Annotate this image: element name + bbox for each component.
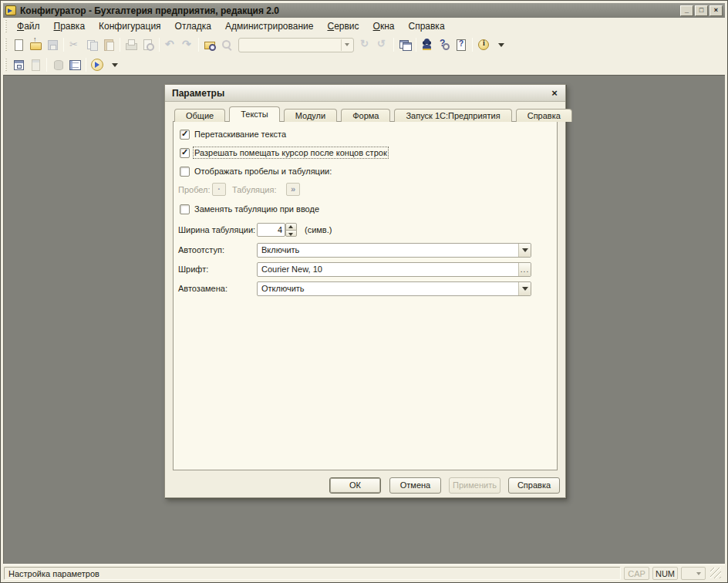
show-spaces-tabs-label[interactable]: Отображать пробелы и табуляции: [194, 167, 332, 176]
replace-tab-checkbox[interactable] [180, 204, 190, 214]
cursor-after-eol-checkbox[interactable] [180, 148, 190, 158]
database-button[interactable] [49, 56, 66, 73]
combo-dropdown-icon[interactable] [341, 39, 352, 51]
font-picker-button[interactable]: ... [518, 263, 531, 276]
show-spaces-tabs-checkbox[interactable] [180, 167, 190, 177]
save-button[interactable] [44, 36, 61, 53]
drag-text-label[interactable]: Перетаскивание текста [194, 130, 286, 139]
find-previous-button[interactable] [374, 36, 391, 53]
undo-button[interactable] [162, 36, 179, 53]
redo-icon [181, 39, 194, 51]
more-buttons-button[interactable] [492, 36, 509, 53]
toolbar-separator [46, 58, 47, 72]
show-spaces-tabs-row: Отображать пробелы и табуляции: [174, 166, 557, 181]
tab-help[interactable]: Справка [516, 109, 572, 122]
maximize-button[interactable]: □ [695, 5, 708, 16]
app-icon [5, 5, 16, 15]
print-button[interactable] [123, 36, 140, 53]
help-contents-button[interactable] [453, 36, 470, 53]
dialog-button-row: ОК Отмена Применить Справка [165, 477, 565, 494]
cancel-button[interactable]: Отмена [389, 477, 441, 494]
copy-window-button[interactable] [396, 36, 413, 53]
replace-tab-label[interactable]: Заменять табуляцию при вводе [194, 204, 319, 214]
syntax-assistant-icon [421, 39, 433, 51]
spin-down-icon[interactable] [285, 230, 297, 238]
menu-help[interactable]: Справка [401, 19, 451, 34]
copy-button[interactable] [83, 36, 100, 53]
configuration-window-button[interactable] [10, 56, 27, 73]
dialog-close-icon[interactable]: × [548, 87, 561, 99]
chevron-down-icon [497, 39, 504, 51]
menu-administration[interactable]: Администрирование [218, 19, 320, 34]
info-button[interactable] [475, 36, 492, 53]
find-next-button[interactable] [357, 36, 374, 53]
dropdown-arrow-icon[interactable] [518, 282, 531, 295]
open-folder-icon [29, 39, 42, 51]
find-in-files-button[interactable] [201, 36, 218, 53]
statusbar-dropdown[interactable] [681, 567, 706, 580]
menu-file[interactable]: Файл [10, 19, 47, 34]
tab-texts[interactable]: Тексты [229, 106, 280, 122]
new-document-button[interactable] [10, 36, 27, 53]
autoindent-row: Автоотступ: Включить [174, 243, 557, 258]
syntax-assistant-button[interactable] [419, 36, 436, 53]
new-document-icon [12, 39, 25, 51]
paste-button[interactable] [100, 36, 117, 53]
open-button[interactable] [27, 36, 44, 53]
menu-debug[interactable]: Отладка [168, 19, 218, 34]
replace-tab-row: Заменять табуляцию при вводе [174, 204, 557, 219]
help-search-button[interactable] [436, 36, 453, 53]
cursor-after-eol-label[interactable]: Разрешать помещать курсор после концов с… [194, 148, 387, 157]
chevron-down-icon [111, 59, 118, 71]
cut-icon [69, 39, 81, 51]
start-debugging-button[interactable] [89, 56, 106, 73]
num-lock-indicator: NUM [652, 567, 678, 580]
apply-button[interactable]: Применить [449, 477, 501, 494]
dialog-titlebar[interactable]: Параметры × [165, 85, 565, 102]
tab-form[interactable]: Форма [341, 109, 390, 122]
toolbar-separator [159, 38, 160, 52]
search-combobox[interactable] [238, 38, 354, 52]
font-field[interactable]: Courier New, 10... [257, 262, 531, 277]
print-preview-button[interactable] [140, 36, 157, 53]
menu-service[interactable]: Сервис [320, 19, 366, 34]
tab-launch-1c[interactable]: Запуск 1С:Предприятия [394, 109, 511, 122]
redo-button[interactable] [179, 36, 196, 53]
tab-modules[interactable]: Модули [284, 109, 337, 122]
tab-glyph-box[interactable]: » [286, 183, 300, 196]
toolbar-grip[interactable] [5, 39, 7, 51]
drag-text-checkbox[interactable] [180, 130, 190, 140]
more-buttons-button[interactable] [106, 56, 123, 73]
ok-button[interactable]: ОК [329, 477, 381, 494]
parameters-dialog: Параметры × Общие Тексты Модули Форма За… [164, 84, 566, 498]
undo-icon [164, 39, 177, 51]
tab-general[interactable]: Общие [174, 109, 225, 122]
dialog-tabs: Общие Тексты Модули Форма Запуск 1С:Пред… [174, 106, 572, 122]
configuration-window-icon [12, 59, 25, 71]
cut-button[interactable] [66, 36, 83, 53]
find-in-files-icon [204, 39, 216, 51]
properties-button[interactable] [27, 56, 44, 73]
close-button[interactable]: × [709, 5, 723, 16]
find-button[interactable] [218, 36, 235, 53]
minimize-button[interactable]: _ [680, 5, 693, 16]
autoindent-label: Автоотступ: [178, 245, 224, 254]
menu-windows[interactable]: Окна [366, 19, 402, 34]
autocorrect-combobox[interactable]: Отключить [257, 281, 531, 296]
space-glyph-box[interactable]: · [212, 183, 226, 196]
resize-grip[interactable] [710, 568, 721, 578]
menu-configuration[interactable]: Конфигурация [92, 19, 168, 34]
window-titlebar: Конфигуратор - Бухгалтерия предприятия, … [3, 3, 725, 18]
autoindent-combobox[interactable]: Включить [257, 243, 531, 258]
menu-edit[interactable]: Правка [47, 19, 93, 34]
print-preview-icon [142, 39, 154, 51]
dropdown-arrow-icon[interactable] [518, 244, 531, 257]
tab-width-input[interactable] [257, 223, 285, 237]
exchange-table-button[interactable] [66, 56, 83, 73]
font-row: Шрифт: Courier New, 10... [174, 262, 557, 278]
magnifier-icon [221, 39, 233, 51]
toolbar-grip[interactable] [5, 59, 7, 71]
menubar-grip[interactable] [5, 20, 7, 32]
help-button[interactable]: Справка [508, 477, 560, 494]
autocorrect-value: Отключить [261, 284, 305, 293]
